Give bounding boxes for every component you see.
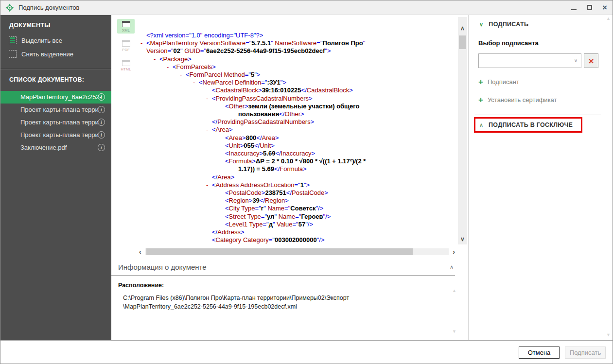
add-signer-label: Подписант bbox=[488, 78, 519, 86]
goskey-section-header[interactable]: ∧ ПОДПИСАТЬ В ГОСКЛЮЧЕ bbox=[474, 117, 582, 133]
maximize-icon bbox=[587, 5, 592, 10]
install-certificate-label: Установить сертификат bbox=[488, 96, 557, 104]
xml-line: -<ProvidingPassCadastralNumbers> bbox=[140, 95, 456, 103]
scroll-up-icon[interactable]: ∧ bbox=[458, 25, 467, 32]
xml-code: <?xml version="1.0" encoding="UTF-8"?>-<… bbox=[136, 15, 456, 244]
panel-scroll-up-icon[interactable]: ▲ bbox=[606, 16, 611, 21]
xml-line: <CadastralBlock>39:16:010225</CadastralB… bbox=[140, 87, 456, 94]
scroll-down-icon[interactable]: ∨ bbox=[458, 236, 467, 243]
plus-icon: + bbox=[478, 78, 483, 86]
clear-x-icon: × bbox=[588, 56, 594, 66]
window-title: Подпись документов bbox=[18, 4, 79, 11]
chevron-down-icon: ∨ bbox=[479, 21, 483, 28]
xml-line: пользования</Other> bbox=[140, 110, 456, 118]
xml-line: -<Area> bbox=[140, 126, 456, 134]
info-scroll-down-icon[interactable]: ▼ bbox=[452, 329, 456, 334]
sign-button[interactable]: Подписать bbox=[565, 347, 606, 359]
combobox-chevron-icon[interactable]: ∨ bbox=[574, 58, 578, 63]
clear-signer-button[interactable]: × bbox=[584, 53, 598, 68]
document-list-header: СПИСОК ДОКУМЕНТОВ: bbox=[0, 69, 111, 88]
document-label: MapPlanTerritory_6ae2c252- bbox=[20, 93, 102, 101]
main-panel: XMLPDFHTML <?xml version="1.0" encoding=… bbox=[111, 15, 468, 341]
xml-code-wrap: <?xml version="1.0" encoding="UTF-8"?>-<… bbox=[136, 15, 456, 245]
xml-line: <Level1 Type="д" Value="57"/> bbox=[140, 221, 456, 228]
xml-line: </Address> bbox=[140, 228, 456, 236]
format-icon-xml[interactable]: XML bbox=[117, 19, 135, 34]
xml-line: -<NewParcel Definition=":ЗУ1"> bbox=[140, 79, 456, 87]
sign-section-header[interactable]: ∨ ПОДПИСАТЬ bbox=[469, 15, 613, 28]
collapse-minus-icon[interactable]: - bbox=[206, 126, 212, 134]
document-page-icon bbox=[122, 21, 130, 27]
documents-header: ДОКУМЕНТЫ bbox=[0, 15, 111, 34]
xml-line: <City Type="г" Name="Советск"/> bbox=[140, 205, 456, 212]
collapse-minus-icon[interactable]: - bbox=[154, 55, 159, 63]
collapse-icon[interactable]: ∧ bbox=[450, 264, 454, 270]
app-target-icon bbox=[5, 3, 14, 12]
collapse-minus-icon[interactable]: - bbox=[140, 39, 146, 47]
vertical-scrollbar[interactable]: ∧ ∨ bbox=[458, 17, 467, 244]
maximize-button[interactable] bbox=[581, 0, 597, 15]
select-all-button[interactable]: Выделить все bbox=[0, 34, 111, 47]
collapse-minus-icon[interactable]: - bbox=[206, 181, 212, 189]
xml-line: </Area> bbox=[140, 173, 456, 181]
document-list-item[interactable]: Проект карты-плана терриi bbox=[0, 104, 111, 116]
xml-viewer: XMLPDFHTML <?xml version="1.0" encoding=… bbox=[111, 15, 468, 258]
info-icon[interactable]: i bbox=[98, 131, 105, 139]
xml-line: Version="02" GUID="6ae2c252-5256-44a9-9f… bbox=[140, 47, 456, 55]
horizontal-scroll-track[interactable] bbox=[145, 248, 449, 255]
vertical-scroll-thumb[interactable] bbox=[459, 35, 466, 49]
document-list: MapPlanTerritory_6ae2c252-iПроект карты-… bbox=[0, 91, 111, 154]
format-strip: XMLPDFHTML bbox=[115, 19, 137, 77]
scroll-left-icon[interactable]: ‹ bbox=[139, 248, 141, 255]
collapse-minus-icon[interactable]: - bbox=[167, 63, 173, 71]
format-icon-pdf[interactable]: PDF bbox=[117, 38, 135, 53]
sign-panel: ▲ ∨ ПОДПИСАТЬ Выбор подписанта ∨ × + bbox=[468, 15, 613, 341]
location-path: C:\Program Files (x86)\Полигон Про\Карта… bbox=[111, 289, 468, 311]
close-icon: × bbox=[602, 3, 607, 12]
format-label: HTML bbox=[117, 67, 135, 71]
info-scroll-up-icon[interactable]: ▲ bbox=[452, 288, 456, 293]
xml-line: <Unit>055</Unit> bbox=[140, 142, 456, 150]
document-list-item[interactable]: Проект карты-плана терриi bbox=[0, 116, 111, 129]
scroll-right-icon[interactable]: › bbox=[453, 248, 455, 255]
info-panel-header[interactable]: Информация о документе ∧ bbox=[111, 258, 468, 275]
deselect-icon bbox=[9, 50, 17, 58]
select-all-icon bbox=[9, 36, 17, 44]
format-icon-html[interactable]: HTML bbox=[117, 58, 135, 72]
sign-section-label: ПОДПИСАТЬ bbox=[489, 21, 528, 28]
xml-line: <Other>земли (земельные участки) общего bbox=[140, 103, 456, 110]
collapse-minus-icon[interactable]: - bbox=[193, 79, 199, 87]
document-info-panel: Информация о документе ∧ Расположение: C… bbox=[111, 258, 468, 341]
xml-line: -<Address AddressOrLocation="1"> bbox=[140, 181, 456, 189]
add-signer-button[interactable]: + Подписант bbox=[469, 68, 613, 86]
document-page-icon bbox=[122, 40, 130, 47]
document-label: Проект карты-плана терри bbox=[20, 119, 99, 126]
xml-line: -<MapPlanTerritory VersionSoftware="5.7.… bbox=[140, 39, 456, 47]
sidebar: ДОКУМЕНТЫ Выделить все Снять выделение С… bbox=[0, 15, 111, 341]
titlebar: Подпись документов × bbox=[0, 0, 613, 15]
panel-scroll-down-icon[interactable]: ▼ bbox=[606, 332, 611, 337]
plus-icon: + bbox=[478, 96, 483, 104]
minimize-button[interactable] bbox=[566, 0, 581, 15]
collapse-minus-icon[interactable]: - bbox=[206, 95, 212, 103]
xml-line: <Street Type="ул" Name="Героев"/> bbox=[140, 213, 456, 221]
horizontal-scroll-thumb[interactable] bbox=[146, 248, 413, 255]
cancel-button[interactable]: Отмена bbox=[519, 347, 560, 359]
info-icon[interactable]: i bbox=[98, 119, 105, 126]
xml-line: 1.17)) = 5.69</Formula> bbox=[140, 165, 456, 173]
signer-combobox[interactable]: ∨ bbox=[478, 53, 581, 68]
document-list-item[interactable]: MapPlanTerritory_6ae2c252-i bbox=[0, 91, 111, 104]
deselect-button[interactable]: Снять выделение bbox=[0, 47, 111, 61]
install-certificate-button[interactable]: + Установить сертификат bbox=[469, 86, 613, 104]
close-button[interactable]: × bbox=[597, 0, 613, 15]
document-list-item[interactable]: Заключение.pdfi bbox=[0, 141, 111, 154]
horizontal-scrollbar[interactable]: ‹ › bbox=[139, 248, 455, 255]
xml-line: -<FormParcel Method="5"> bbox=[140, 71, 456, 79]
info-panel-title: Информация о документе bbox=[118, 263, 207, 271]
info-icon[interactable]: i bbox=[98, 144, 105, 151]
collapse-minus-icon[interactable]: - bbox=[180, 71, 186, 79]
signer-select-label: Выбор подписанта bbox=[469, 28, 613, 47]
info-icon[interactable]: i bbox=[98, 93, 105, 101]
document-list-item[interactable]: Проект карты-плана терриi bbox=[0, 129, 111, 141]
info-icon[interactable]: i bbox=[98, 106, 105, 113]
